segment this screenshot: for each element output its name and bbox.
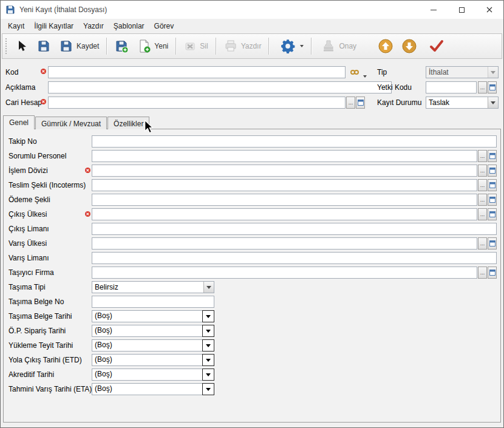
chevron-down-icon — [202, 354, 214, 366]
toolbar-separator — [216, 38, 216, 55]
yetki-kodu-ellipsis-button[interactable]: ... — [478, 81, 487, 93]
confirm-button[interactable] — [426, 36, 448, 56]
odeme-sekli-lookup-button[interactable] — [488, 194, 497, 206]
chevron-down-icon — [488, 67, 498, 78]
toolbar-grip — [5, 38, 9, 54]
approve-button-label: Onay — [339, 42, 356, 50]
approve-button[interactable]: Onay — [318, 37, 359, 55]
menu-item-3[interactable]: Şablonlar — [109, 19, 149, 33]
op-siparis-tarihi-select[interactable]: (Boş) — [92, 325, 214, 337]
tasima-belge-tarihi-label: Taşıma Belge Tarihi — [9, 310, 92, 322]
varis-ulkesi-input[interactable] — [92, 237, 477, 250]
tab-content-panel: Takip NoSorumlu Personel...İşlem Dövizi✕… — [3, 129, 501, 423]
kayit-durumu-select[interactable]: Taslak — [426, 97, 499, 109]
window-save-icon — [5, 5, 15, 15]
tab-0[interactable]: Genel — [3, 115, 35, 129]
islem-dovizi-ellipsis-button[interactable]: ... — [478, 165, 487, 177]
menu-item-4[interactable]: Görev — [149, 19, 179, 33]
sorumlu-personel-input[interactable] — [92, 150, 477, 162]
new-button-label: Yeni — [154, 42, 168, 50]
chevron-down-icon[interactable] — [362, 70, 367, 80]
varis-ulkesi-ellipsis-button[interactable]: ... — [478, 237, 487, 250]
teslim-sekli-ellipsis-button[interactable]: ... — [478, 179, 487, 191]
akreditif-tarihi-label: Akreditif Tarihi — [9, 369, 92, 381]
yola-cikis-tarihi-etd-select[interactable]: (Boş) — [92, 354, 214, 366]
form-rows: Takip NoSorumlu Personel...İşlem Dövizi✕… — [4, 129, 500, 395]
menu-bar: Kayıtİlgili KayıtlarYazdırŞablonlarGörev — [1, 19, 503, 33]
tasima-belge-no-input[interactable] — [92, 296, 214, 308]
print-button[interactable]: Yazdır — [220, 37, 265, 55]
tab-2[interactable]: Özellikler — [107, 117, 149, 129]
chevron-down-icon — [202, 310, 214, 322]
kod-input[interactable] — [48, 66, 346, 78]
varis-limani-input[interactable] — [92, 252, 497, 264]
tasiyici-firma-input[interactable] — [92, 267, 477, 279]
tab-1[interactable]: Gümrük / Mevzuat — [35, 117, 107, 129]
form-row-tasima-tipi: Taşıma TipiBelirsiz — [9, 281, 497, 293]
new-button[interactable]: Yeni — [134, 37, 171, 55]
settings-button[interactable] — [277, 36, 307, 56]
cikis-ulkesi-input[interactable] — [92, 208, 477, 220]
quick-save-button[interactable] — [33, 37, 54, 55]
aciklama-input[interactable] — [48, 81, 392, 93]
op-siparis-tarihi-label: Ö.P. Sipariş Tarihi — [9, 325, 92, 337]
yetki-kodu-input[interactable] — [426, 81, 477, 93]
cari-hesap-ellipsis-button[interactable]: ... — [346, 97, 355, 109]
islem-dovizi-input[interactable] — [92, 165, 477, 177]
tahmini-varis-tarihi-eta-select[interactable]: (Boş) — [92, 383, 214, 395]
teslim-sekli-input[interactable] — [92, 179, 477, 191]
akreditif-tarihi-select[interactable]: (Boş) — [92, 369, 214, 381]
sorumlu-personel-ellipsis-button[interactable]: ... — [478, 150, 487, 162]
cari-hesap-input[interactable] — [48, 97, 346, 109]
close-button[interactable] — [475, 1, 503, 19]
move-down-button[interactable] — [398, 36, 420, 56]
move-up-button[interactable] — [375, 36, 397, 56]
save-and-new-button[interactable] — [111, 37, 132, 55]
maximize-icon — [459, 7, 465, 13]
cikis-limani-input[interactable] — [92, 223, 497, 235]
tip-label: Tip — [377, 68, 387, 76]
tasiyici-firma-lookup-button[interactable] — [488, 267, 497, 279]
odeme-sekli-ellipsis-button[interactable]: ... — [478, 194, 487, 206]
code-template-button[interactable] — [349, 67, 360, 78]
varis-ulkesi-lookup-button[interactable] — [488, 237, 497, 250]
odeme-sekli-input[interactable] — [92, 194, 477, 206]
cikis-ulkesi-lookup-button[interactable] — [488, 208, 497, 220]
yetki-kodu-label: Yetki Kodu — [377, 83, 412, 92]
required-icon: ✕ — [85, 211, 90, 217]
required-icon: ✕ — [85, 168, 90, 173]
tasiyici-firma-ellipsis-button[interactable]: ... — [478, 267, 487, 279]
yukleme-teyit-tarihi-select[interactable]: (Boş) — [92, 339, 214, 352]
record-pointer-button[interactable] — [12, 38, 32, 55]
islem-dovizi-lookup-button[interactable] — [488, 165, 497, 177]
tasima-belge-tarihi-select[interactable]: (Boş) — [92, 310, 214, 322]
window: Yeni Kayıt (İthalat Dosyası) Kayıtİlgili… — [0, 0, 504, 428]
delete-button[interactable]: Sil — [180, 38, 211, 55]
cikis-ulkesi-label: Çıkış Ülkesi✕ — [9, 208, 92, 220]
menu-item-2[interactable]: Yazdır — [78, 19, 109, 33]
lookup-icon — [489, 197, 495, 203]
takip-no-input[interactable] — [92, 135, 497, 148]
minimize-button[interactable] — [420, 1, 448, 19]
form-row-odeme-sekli: Ödeme Şekli... — [9, 194, 497, 206]
chevron-down-icon — [203, 282, 214, 293]
teslim-sekli-lookup-button[interactable] — [488, 179, 497, 191]
menu-item-1[interactable]: İlgili Kayıtlar — [29, 19, 78, 33]
tasima-tipi-select[interactable]: Belirsiz — [92, 281, 214, 293]
cikis-ulkesi-ellipsis-button[interactable]: ... — [478, 208, 487, 220]
delete-icon — [183, 39, 197, 53]
print-button-label: Yazdır — [241, 42, 262, 50]
maximize-button[interactable] — [448, 1, 475, 19]
yetki-kodu-lookup-button[interactable] — [488, 81, 497, 93]
toolbar-separator — [311, 38, 312, 55]
sorumlu-personel-lookup-button[interactable] — [488, 150, 497, 162]
tahmini-varis-tarihi-eta-label: Tahmini Varış Tarihi (ETA) — [9, 383, 92, 395]
minimize-icon — [431, 10, 437, 10]
code-template-chain-icon — [350, 67, 359, 77]
save-button[interactable]: Kaydet — [56, 37, 102, 55]
title-bar: Yeni Kayıt (İthalat Dosyası) — [1, 1, 503, 19]
form-row-varis-ulkesi: Varış Ülkesi... — [9, 237, 497, 250]
menu-item-0[interactable]: Kayıt — [3, 19, 29, 33]
down-circle-icon — [401, 38, 417, 54]
cari-hesap-lookup-button[interactable] — [356, 97, 365, 109]
